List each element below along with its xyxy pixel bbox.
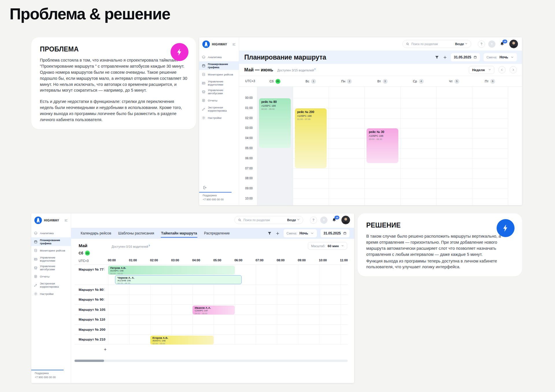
day-header-cell[interactable]: Пн2 (329, 76, 365, 86)
avatar[interactable] (341, 216, 350, 224)
add-icon[interactable] (443, 55, 447, 60)
availability-hint[interactable]: ? (149, 244, 150, 247)
search-input[interactable]: Поиск по разделам Везде (234, 216, 303, 224)
search-placeholder: Поиск по разделам (411, 42, 453, 46)
route-menu-icon[interactable] (102, 318, 106, 321)
timeline-event[interactable]: Петров А.Б.A105PC 19800:00 - 06:00 (108, 266, 235, 275)
sidebar: HIGHWAY АналитикаПланирование графикаМон… (31, 213, 71, 383)
day-header-cell[interactable]: Сб31 (257, 76, 293, 86)
day-number-badge: 6 (490, 79, 495, 84)
day-header-cell[interactable]: Чт5 (436, 76, 472, 86)
add-route-button[interactable]: + (75, 347, 136, 352)
route-menu-icon[interactable] (102, 298, 106, 301)
collapse-sidebar-icon[interactable] (64, 219, 68, 222)
availability-label: Доступен 3/15 водителей? (277, 68, 316, 72)
day-header-cell[interactable]: Вт3 (365, 76, 400, 86)
chevron-down-icon (488, 68, 491, 72)
problem-paragraph-2: Есть и другие недостатки в функционале: … (40, 99, 187, 123)
notifications-bell-icon[interactable]: 10 (332, 218, 336, 222)
grid-line (329, 87, 329, 205)
shift-select[interactable]: Смена: Ночь (484, 53, 517, 61)
sidebar-item-trip-monitoring[interactable]: Мониторинг рейсов (31, 246, 71, 255)
sidebar-item-buses[interactable]: Управление автобусами (199, 87, 239, 96)
time-gutter: 00:0001:0002:0003:0004:0005:0006:0007:00… (239, 87, 257, 205)
day-number-badge: 31 (275, 79, 280, 84)
sidebar-item-buses[interactable]: Управление автобусами (31, 263, 71, 272)
avatar[interactable] (509, 40, 518, 48)
search-scope-dropdown[interactable]: Везде (287, 218, 300, 222)
filter-icon[interactable] (435, 55, 439, 60)
time-label: 11:00 (340, 258, 348, 262)
day-header-cell[interactable]: Ср4 (400, 76, 436, 86)
tab-шаблоны-расписания[interactable]: Шаблоны расписания (118, 231, 154, 236)
sidebar-item-emergency-edit[interactable]: Экстренная корректировка (31, 281, 71, 289)
sidebar-item-emergency-edit[interactable]: Экстренная корректировка (199, 105, 239, 113)
help-button[interactable]: ? (310, 217, 317, 224)
utc-label: UTC+3 (79, 259, 89, 262)
scale-select[interactable]: Масштаб: 60 мин (308, 242, 347, 250)
notifications-bell-icon[interactable]: 10 (500, 42, 504, 46)
event-vehicle: C200PC 147 (195, 309, 232, 312)
day-header-cell[interactable]: Пт6 (472, 76, 508, 86)
sidebar-divider (31, 370, 64, 370)
collapse-sidebar-icon[interactable] (232, 42, 236, 46)
sidebar-item-label: Отчеты (40, 275, 49, 278)
calendar-icon (202, 64, 206, 68)
shift-select[interactable]: Смена: Ночь (284, 229, 317, 237)
sidebar-item-analytics[interactable]: Аналитика (199, 53, 239, 61)
search-input[interactable]: Поиск по разделам Везде (402, 40, 471, 48)
day-number-badge: 1 (311, 79, 316, 84)
route-menu-icon[interactable] (102, 288, 106, 291)
support-phone: +7 900 000 00 00 (203, 198, 224, 202)
search-scope-dropdown[interactable]: Везде (455, 42, 468, 46)
tab-календарь-рейсов[interactable]: Календарь рейсов (80, 231, 112, 236)
sidebar-item-reports[interactable]: Отчеты (199, 96, 239, 105)
sidebar-item-planning[interactable]: Планирование графика (31, 237, 71, 246)
bulb-icon[interactable] (488, 40, 495, 48)
horizontal-scrollbar[interactable] (74, 360, 348, 362)
timeline-event[interactable]: Иванов А.А.C200PC 14704:00 - 06:00 (193, 306, 235, 315)
route-menu-icon[interactable] (102, 338, 106, 341)
utc-label: UTC+3 (245, 79, 255, 83)
sidebar-item-reports[interactable]: Отчеты (31, 272, 71, 281)
grid-line (472, 87, 472, 205)
pencil-icon (202, 107, 206, 111)
prev-week-button[interactable] (498, 66, 506, 73)
time-label: 04:00 (245, 136, 253, 140)
event-time: 00:00 - 06:00 (110, 272, 232, 275)
route-label: Маршрут № 77 (75, 267, 102, 271)
day-header-cell[interactable]: Вс1 (293, 76, 329, 86)
help-button[interactable]: ? (478, 40, 485, 48)
sidebar-item-planning[interactable]: Планирование графика (199, 61, 239, 70)
timeline-event[interactable]: Егоров А.Б.A005TC 19802:00 - 05:00 (150, 336, 214, 345)
tab-таймлайн-маршрута[interactable]: Таймлайн маршрута (161, 231, 197, 236)
route-menu-icon[interactable] (102, 308, 106, 311)
support-block: Поддержка +7 900 000 00 00 (203, 194, 224, 202)
event-vehicle: A005TC 198 (153, 339, 211, 342)
add-icon[interactable] (275, 231, 280, 236)
date-picker[interactable]: 31.05.2025 (451, 53, 480, 61)
next-week-button[interactable] (510, 66, 517, 73)
scrollbar-thumb[interactable] (75, 360, 104, 362)
sidebar-item-settings[interactable]: Настройки (31, 289, 71, 298)
sidebar-item-analytics[interactable]: Аналитика (31, 229, 71, 237)
route-menu-icon[interactable] (102, 267, 106, 271)
logout-icon[interactable] (203, 186, 207, 190)
day-number-badge: 4 (419, 79, 424, 84)
sidebar-item-settings[interactable]: Настройки (199, 113, 239, 122)
sidebar-item-trip-monitoring[interactable]: Мониторинг рейсов (199, 70, 239, 79)
date-picker[interactable]: 31.05.2025 (321, 229, 349, 237)
timeline-event-selected[interactable]: Чернов А. А.A123HB 19800:20 - 06:20 (115, 275, 242, 284)
route-menu-icon[interactable] (102, 328, 106, 331)
filter-icon[interactable] (267, 231, 272, 236)
calendar-event[interactable]: рейс № 200A105PC 19801:00 - 07:00 (295, 108, 327, 168)
availability-hint[interactable]: ? (314, 68, 316, 71)
event-vehicle: A105PC 198 (110, 269, 232, 272)
calendar-event[interactable]: рейс № 30A105PC 19803:00 - 06:30 (367, 128, 398, 163)
calendar-event[interactable]: рейс № 80A105PC 19800:00 - 05:00 (259, 98, 291, 148)
sidebar-item-drivers[interactable]: Управление водителями (31, 255, 71, 263)
tab-распределение[interactable]: Распределение (204, 231, 230, 236)
bulb-icon[interactable] (320, 217, 328, 224)
sidebar-item-drivers[interactable]: Управление водителями (199, 79, 239, 87)
view-select[interactable]: Неделя (469, 66, 494, 74)
